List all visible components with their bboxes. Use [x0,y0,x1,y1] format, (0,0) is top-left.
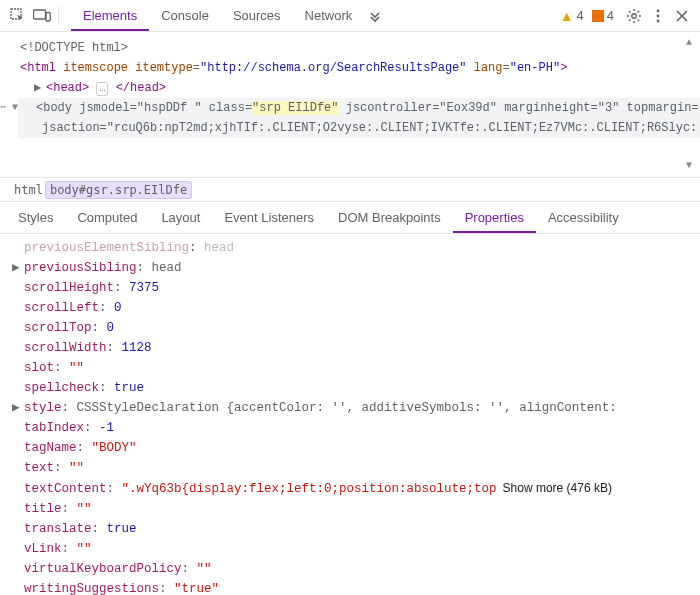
main-tabs: Elements Console Sources Network [71,0,364,31]
kebab-menu-icon[interactable] [646,4,670,28]
ellipsis-icon[interactable]: … [96,82,108,96]
dom-doctype[interactable]: <!DOCTYPE html> [18,38,700,58]
prop-row[interactable]: title: "" [14,499,700,519]
tab-elements[interactable]: Elements [71,0,149,31]
issues-counter[interactable]: 4 [592,8,614,23]
scroll-down-icon[interactable]: ▼ [682,159,696,173]
dom-head[interactable]: ▶<head> … </head> [18,78,700,98]
properties-panel[interactable]: previousElementSibling: head ▶previousSi… [0,234,700,595]
expand-icon[interactable]: ▶ [34,78,44,98]
subtab-styles[interactable]: Styles [6,202,65,233]
close-icon[interactable] [670,4,694,28]
divider [58,7,59,25]
scroll-up-icon[interactable]: ▲ [682,36,696,50]
warning-icon: ▲ [560,8,574,24]
device-toggle-icon[interactable] [30,4,54,28]
devtools-toolbar: Elements Console Sources Network ▲ 4 4 [0,0,700,32]
warnings-counter[interactable]: ▲ 4 [560,8,584,24]
prop-row[interactable]: text: "" [14,458,700,478]
svg-rect-1 [34,10,46,19]
prop-row[interactable]: ▶previousSibling: head [14,258,700,278]
show-more-button[interactable]: Show more (476 kB) [503,481,612,495]
subtab-computed[interactable]: Computed [65,202,149,233]
svg-point-4 [657,9,660,12]
inspect-icon[interactable] [6,4,30,28]
tab-sources[interactable]: Sources [221,0,293,31]
dom-body-selected[interactable]: <body jsmodel="hspDDf " class="srp EIlDf… [18,98,700,138]
expand-icon[interactable]: ▶ [12,398,22,418]
prop-row[interactable]: previousElementSibling: head [14,238,700,258]
prop-row[interactable]: virtualKeyboardPolicy: "" [14,559,700,579]
prop-row[interactable]: scrollLeft: 0 [14,298,700,318]
prop-row[interactable]: scrollHeight: 7375 [14,278,700,298]
subtab-properties[interactable]: Properties [453,202,536,233]
prop-row[interactable]: tabIndex: -1 [14,418,700,438]
tab-network[interactable]: Network [293,0,365,31]
svg-point-6 [657,19,660,22]
dom-breadcrumb: html body#gsr.srp.EIlDfe [0,178,700,202]
dom-html-open[interactable]: <html itemscope itemtype="http://schema.… [18,58,700,78]
prop-row[interactable]: scrollTop: 0 [14,318,700,338]
prop-row[interactable]: slot: "" [14,358,700,378]
svg-point-5 [657,14,660,17]
prop-row[interactable]: vLink: "" [14,539,700,559]
prop-row[interactable]: tagName: "BODY" [14,438,700,458]
issues-count: 4 [607,8,614,23]
svg-point-3 [632,13,636,17]
subtab-layout[interactable]: Layout [149,202,212,233]
tab-console[interactable]: Console [149,0,221,31]
prop-row[interactable]: spellcheck: true [14,378,700,398]
issue-icon [592,10,604,22]
subtab-accessibility[interactable]: Accessibility [536,202,631,233]
prop-row[interactable]: textContent: ".wYq63b{display:flex;left:… [14,478,700,499]
sidebar-tabs: Styles Computed Layout Event Listeners D… [0,202,700,234]
more-tabs-icon[interactable] [364,9,386,23]
prop-row[interactable]: ▶style: CSSStyleDeclaration {accentColor… [14,398,700,418]
crumb-body[interactable]: body#gsr.srp.EIlDfe [45,181,192,199]
prop-row[interactable]: scrollWidth: 1128 [14,338,700,358]
settings-icon[interactable] [622,4,646,28]
dom-tree[interactable]: ▲ <!DOCTYPE html> <html itemscope itemty… [0,32,700,178]
prop-row[interactable]: writingSuggestions: "true" [14,579,700,595]
warnings-count: 4 [577,8,584,23]
svg-rect-2 [46,12,50,21]
selected-marker-icon: ⋯ ▼ [0,98,18,118]
crumb-html[interactable]: html [12,183,45,197]
subtab-dom-breakpoints[interactable]: DOM Breakpoints [326,202,453,233]
prop-row[interactable]: translate: true [14,519,700,539]
expand-icon[interactable]: ▶ [12,258,22,278]
subtab-event-listeners[interactable]: Event Listeners [212,202,326,233]
